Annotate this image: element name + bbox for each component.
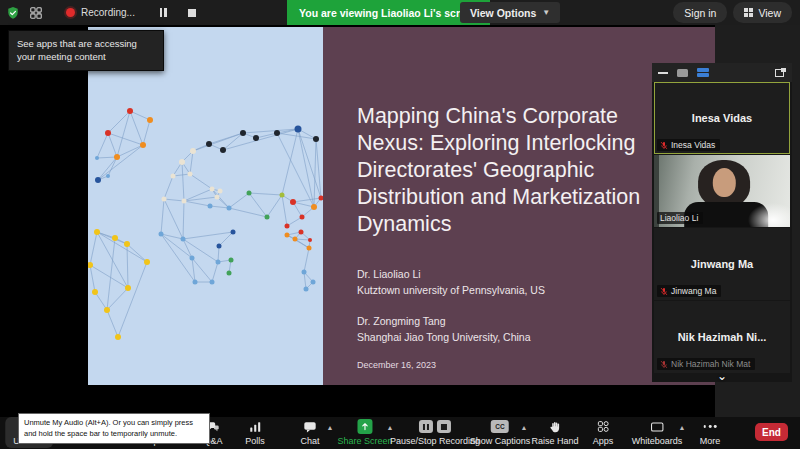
stop-recording-icon[interactable] xyxy=(437,420,451,433)
mic-muted-icon xyxy=(660,360,668,369)
author-name: Dr. Liaoliao Li xyxy=(357,266,545,282)
polls-button[interactable]: Polls xyxy=(245,419,265,446)
participant-tile-inesa-vidas[interactable]: Inesa Vidas Inesa Vidas xyxy=(654,82,790,154)
sign-in-label: Sign in xyxy=(684,7,716,19)
speaker-view-icon[interactable] xyxy=(677,69,688,77)
participant-name-label: Nik Hazimah Nik Mat xyxy=(657,358,755,370)
whiteboards-chevron-icon[interactable]: ▲ xyxy=(679,424,686,431)
mic-muted-icon xyxy=(660,141,668,150)
network-graph xyxy=(88,27,323,385)
whiteboard-icon xyxy=(650,419,665,434)
chat-chevron-icon[interactable]: ▲ xyxy=(327,424,334,431)
chat-bubble-icon xyxy=(302,419,317,434)
view-label: View xyxy=(758,7,781,19)
top-bar: Recording... You are viewing Liaoliao Li… xyxy=(0,0,800,25)
pause-recording-icon[interactable] xyxy=(160,8,167,17)
zoom-meeting-window: Recording... You are viewing Liaoliao Li… xyxy=(0,0,800,449)
more-participants-chevron-icon[interactable]: ⌄ xyxy=(717,371,727,381)
security-shield-icon[interactable] xyxy=(6,6,20,20)
participant-name-label: Jinwang Ma xyxy=(657,285,721,297)
slide-date: December 16, 2023 xyxy=(357,360,436,370)
recording-indicator: Recording... xyxy=(66,7,135,18)
gallery-view-icon[interactable] xyxy=(697,68,709,78)
view-options-button[interactable]: View Options ▼ xyxy=(460,2,560,23)
more-label: More xyxy=(700,436,721,446)
apps-icon xyxy=(596,419,609,434)
cc-icon: CC xyxy=(491,420,509,433)
whiteboards-label: Whiteboards xyxy=(632,436,683,446)
recording-label: Pause/Stop Recording xyxy=(390,436,480,446)
chevron-down-icon: ▼ xyxy=(542,9,550,17)
polls-label: Polls xyxy=(245,436,265,446)
view-grid-icon xyxy=(744,8,753,17)
video-panel-header xyxy=(652,63,792,82)
more-button[interactable]: More xyxy=(700,419,721,446)
participant-tile-nik-hazimah[interactable]: Nik Hazimah Ni... Nik Hazimah Nik Mat xyxy=(654,301,790,373)
end-meeting-button[interactable]: End xyxy=(755,423,788,441)
minimize-panel-icon[interactable] xyxy=(658,72,668,74)
pause-recording-icon[interactable] xyxy=(419,420,433,433)
author-name: Dr. Zongming Tang xyxy=(357,313,545,329)
author-affiliation: Shanghai Jiao Tong University, China xyxy=(357,329,545,345)
stop-recording-icon[interactable] xyxy=(188,9,196,17)
pause-stop-recording-button[interactable]: Pause/Stop Recording xyxy=(390,419,480,446)
chat-button[interactable]: Chat xyxy=(300,419,319,446)
view-options-label: View Options xyxy=(470,7,536,19)
video-panel: Inesa Vidas Inesa Vidas Liaoliao Li Jinw… xyxy=(652,63,792,382)
apps-label: Apps xyxy=(593,436,614,446)
participant-display-name: Nik Hazimah Ni... xyxy=(654,331,790,343)
participant-tile-liaoliao-li-video[interactable]: Liaoliao Li xyxy=(654,155,790,227)
sign-in-button[interactable]: Sign in xyxy=(673,2,727,23)
raise-hand-button[interactable]: Raise Hand xyxy=(531,419,578,446)
chat-label: Chat xyxy=(300,436,319,446)
apps-button[interactable]: Apps xyxy=(593,419,614,446)
participant-name-label: Liaoliao Li xyxy=(657,212,703,224)
whiteboards-button[interactable]: Whiteboards xyxy=(632,419,683,446)
popout-panel-icon[interactable] xyxy=(775,68,786,77)
raise-hand-icon xyxy=(549,419,562,434)
participant-display-name: Jinwang Ma xyxy=(654,258,790,270)
unmute-tooltip: Unmute My Audio (Alt+A). Or you can simp… xyxy=(18,413,210,444)
recording-dot-icon xyxy=(66,8,75,17)
more-dots-icon xyxy=(703,419,716,434)
participant-display-name: Inesa Vidas xyxy=(654,112,790,124)
captions-chevron-icon[interactable]: ▲ xyxy=(521,424,528,431)
share-screen-button[interactable]: Share Screen xyxy=(337,419,392,446)
author-affiliation: Kutztown university of Pennsylvania, US xyxy=(357,282,545,298)
captions-label: Show Captions xyxy=(470,436,531,446)
apps-grid-icon[interactable] xyxy=(29,6,43,20)
slide-network-art xyxy=(88,27,323,385)
participant-tile-jinwang-ma[interactable]: Jinwang Ma Jinwang Ma xyxy=(654,228,790,300)
share-screen-icon xyxy=(357,419,372,434)
apps-access-tooltip: See apps that are accessing your meeting… xyxy=(8,30,164,71)
recording-label: Recording... xyxy=(81,7,135,18)
share-screen-label: Share Screen xyxy=(337,436,392,446)
view-button[interactable]: View xyxy=(733,2,792,23)
raise-hand-label: Raise Hand xyxy=(531,436,578,446)
slide-authors: Dr. Liaoliao Li Kutztown university of P… xyxy=(357,266,545,360)
mic-muted-icon xyxy=(660,287,668,296)
polls-bars-icon xyxy=(248,419,262,434)
shared-screen-slide: Mapping China's Corporate Nexus: Explori… xyxy=(88,27,715,385)
participant-name-label: Inesa Vidas xyxy=(657,139,720,151)
